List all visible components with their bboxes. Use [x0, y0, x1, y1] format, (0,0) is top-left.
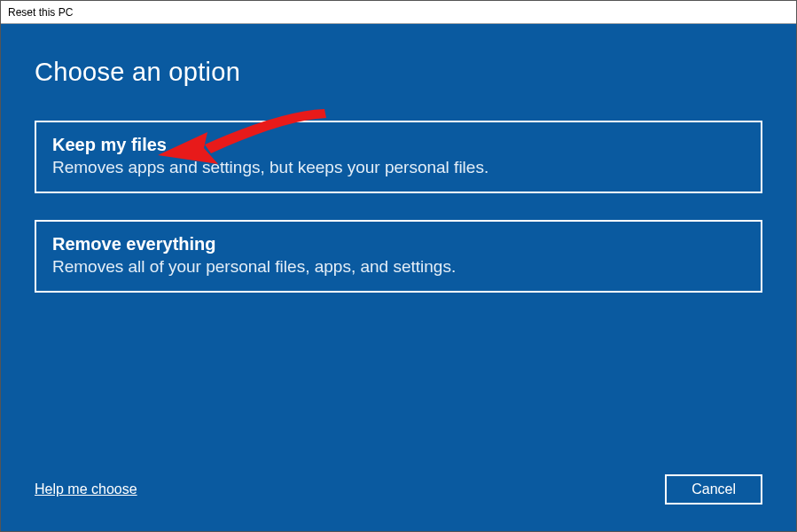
title-bar: Reset this PC [1, 1, 796, 24]
help-me-choose-link[interactable]: Help me choose [35, 481, 137, 497]
reset-pc-window: Reset this PC Choose an option Keep my f… [0, 0, 797, 532]
option-remove-everything[interactable]: Remove everything Removes all of your pe… [35, 220, 762, 293]
page-heading: Choose an option [35, 58, 762, 87]
footer: Help me choose Cancel [35, 474, 762, 505]
option-title: Remove everything [52, 234, 745, 254]
option-description: Removes apps and settings, but keeps you… [52, 158, 745, 177]
window-title: Reset this PC [8, 6, 73, 19]
option-keep-my-files[interactable]: Keep my files Removes apps and settings,… [35, 121, 762, 193]
option-description: Removes all of your personal files, apps… [52, 257, 745, 277]
option-title: Keep my files [52, 135, 745, 155]
content-area: Choose an option Keep my files Removes a… [1, 24, 796, 531]
cancel-button[interactable]: Cancel [665, 474, 762, 505]
